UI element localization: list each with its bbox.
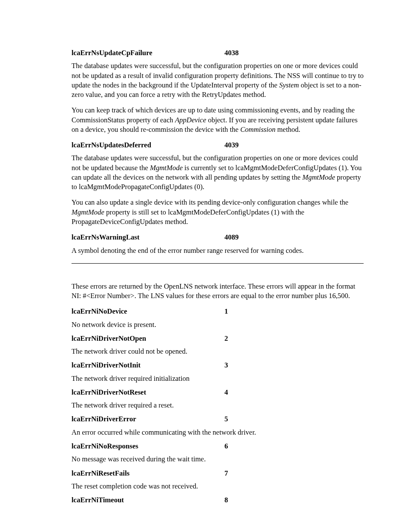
error-code: 4039 <box>224 140 239 150</box>
text-run: System <box>279 81 299 89</box>
error-code: 4 <box>224 388 228 397</box>
error-entry-header: lcaErrNiDriverNotOpen2 <box>72 334 364 343</box>
error-description: You can keep track of which devices are … <box>72 106 364 134</box>
warning-codes-section: lcaErrNsUpdateCpFailure4038The database … <box>72 48 364 255</box>
text-run: MgmtMode <box>72 208 104 216</box>
error-entry-header: lcaErrNsUpdateCpFailure4038 <box>72 48 364 58</box>
error-description: No network device is present. <box>72 320 364 330</box>
error-entry-header: lcaErrNsUpdatesDeferred4039 <box>72 140 364 150</box>
text-run: A symbol denoting the end of the error n… <box>72 246 304 255</box>
error-name: lcaErrNiTimeout <box>72 495 224 505</box>
error-entry-header: lcaErrNiResetFails7 <box>72 469 364 478</box>
section-divider <box>72 263 364 264</box>
error-description: An error occurred while communicating wi… <box>72 428 364 437</box>
error-name: lcaErrNsWarningLast <box>72 233 224 242</box>
error-name: lcaErrNiResetFails <box>72 469 224 478</box>
error-name: lcaErrNiDriverError <box>72 414 224 424</box>
error-entry-header: lcaErrNiNoDevice1 <box>72 307 364 316</box>
error-entry-header: lcaErrNiDriverNotReset4 <box>72 388 364 397</box>
error-name: lcaErrNiDriverNotReset <box>72 388 224 397</box>
section-intro: These errors are returned by the OpenLNS… <box>72 282 364 301</box>
error-name: lcaErrNsUpdateCpFailure <box>72 48 224 58</box>
error-description: The network driver could not be opened. <box>72 347 364 356</box>
error-code: 8 <box>224 495 228 505</box>
error-name: lcaErrNiDriverNotInit <box>72 361 224 370</box>
error-entry-header: lcaErrNiDriverNotInit3 <box>72 361 364 370</box>
error-description: The network driver required a reset. <box>72 401 364 410</box>
error-entry-header: lcaErrNiNoResponses6 <box>72 442 364 451</box>
text-run: MgmtMode <box>150 164 183 172</box>
error-entry-header: lcaErrNiTimeout8 <box>72 495 364 505</box>
ni-errors-section: These errors are returned by the OpenLNS… <box>72 282 364 505</box>
error-name: lcaErrNiNoDevice <box>72 307 224 316</box>
error-code: 3 <box>224 361 228 370</box>
error-entry-header: lcaErrNsWarningLast4089 <box>72 233 364 242</box>
text-run: MgmtMode <box>302 173 335 181</box>
error-description: You can also update a single device with… <box>72 198 364 227</box>
error-code: 4038 <box>224 48 239 58</box>
error-description: A symbol denoting the end of the error n… <box>72 246 364 255</box>
error-description: The database updates were successful, bu… <box>72 153 364 192</box>
text-run: Commission <box>240 125 276 134</box>
error-name: lcaErrNiDriverNotOpen <box>72 334 224 343</box>
error-entry-header: lcaErrNiDriverError5 <box>72 414 364 424</box>
error-name: lcaErrNiNoResponses <box>72 442 224 451</box>
text-run: property is still set to lcaMgmtModeDefe… <box>72 208 304 226</box>
error-code: 2 <box>224 334 228 343</box>
error-description: The reset completion code was not receiv… <box>72 482 364 491</box>
error-name: lcaErrNsUpdatesDeferred <box>72 140 224 150</box>
text-run: method. <box>275 125 300 134</box>
error-code: 4089 <box>224 233 239 242</box>
error-description: The database updates were successful, bu… <box>72 61 364 100</box>
error-code: 1 <box>224 307 228 316</box>
error-code: 7 <box>224 469 228 478</box>
text-run: You can also update a single device with… <box>72 198 349 206</box>
error-code: 6 <box>224 442 228 451</box>
text-run: AppDevice <box>175 116 206 124</box>
text-run: These errors are returned by the OpenLNS… <box>72 282 355 300</box>
error-code: 5 <box>224 414 228 424</box>
document-page: lcaErrNsUpdateCpFailure4038The database … <box>0 0 411 532</box>
error-description: No message was received during the wait … <box>72 454 364 464</box>
error-description: The network driver required initializati… <box>72 374 364 383</box>
